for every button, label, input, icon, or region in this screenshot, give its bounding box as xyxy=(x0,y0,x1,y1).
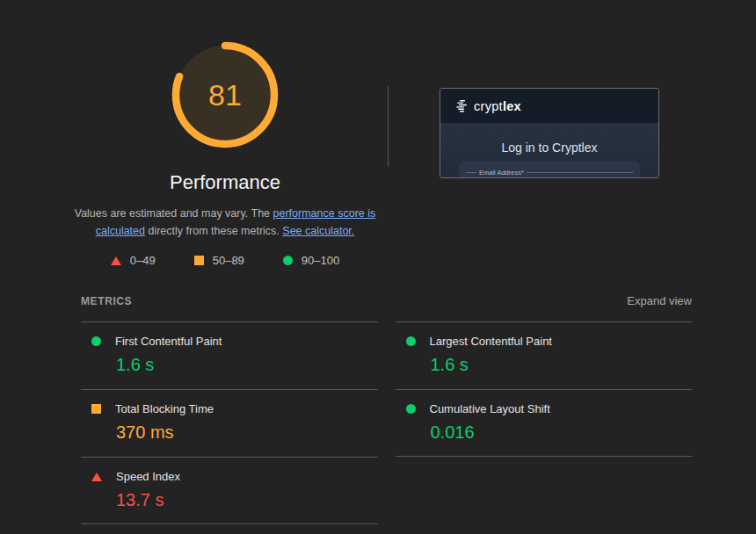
logo-text-light: crypt xyxy=(474,99,503,113)
metric-label: First Contentful Paint xyxy=(115,335,222,348)
legend-range: 90–100 xyxy=(302,254,339,267)
green-circle-icon xyxy=(406,404,416,414)
red-triangle-icon xyxy=(111,256,121,265)
expand-view-button[interactable]: Expand view xyxy=(627,294,692,307)
score-description: Values are estimated and may vary. The p… xyxy=(62,205,389,240)
login-form-card: Email Address* xyxy=(459,161,640,178)
legend-item-average: 50–89 xyxy=(194,254,244,267)
orange-square-icon xyxy=(194,256,204,265)
legend-range: 0–49 xyxy=(130,254,156,267)
email-field-label: Email Address* xyxy=(476,169,527,177)
metric-value: 0.016 xyxy=(431,422,693,443)
metric-label: Cumulative Layout Shift xyxy=(430,402,550,415)
thumbnail-login-body: Log in to Cryptlex Email Address* xyxy=(440,123,658,177)
metric-value: 1.6 s xyxy=(431,355,693,375)
score-scale-legend: 0–49 50–89 90–100 xyxy=(67,254,383,267)
legend-item-pass: 90–100 xyxy=(283,254,339,267)
metric-value: 370 ms xyxy=(116,422,378,443)
field-line-left xyxy=(466,172,476,173)
login-heading: Log in to Cryptlex xyxy=(440,141,658,155)
logo-text: cryptlex xyxy=(474,99,521,113)
thumbnail-site-header: cryptlex xyxy=(440,89,658,123)
metric-largest-contentful-paint: Largest Contentful Paint 1.6 s xyxy=(396,321,693,389)
green-circle-icon xyxy=(406,336,416,346)
description-text-2: directly from these metrics. xyxy=(145,225,282,237)
metrics-section-header: METRICS Expand view xyxy=(81,294,692,307)
orange-square-icon xyxy=(91,404,101,414)
metric-first-contentful-paint: First Contentful Paint 1.6 s xyxy=(81,321,378,389)
logo-text-bold: lex xyxy=(503,99,521,113)
red-triangle-icon xyxy=(91,473,102,481)
metric-cumulative-layout-shift: Cumulative Layout Shift 0.016 xyxy=(396,389,693,457)
metric-label: Speed Index xyxy=(116,470,180,483)
description-text-1: Values are estimated and may vary. The xyxy=(75,207,273,220)
metric-value: 1.6 s xyxy=(116,355,378,375)
legend-range: 50–89 xyxy=(213,254,244,267)
lighthouse-report: 81 Performance Values are estimated and … xyxy=(0,0,756,534)
metrics-grid: First Contentful Paint 1.6 s Largest Con… xyxy=(81,321,692,524)
see-calculator-link[interactable]: See calculator. xyxy=(282,225,354,237)
green-circle-icon xyxy=(283,256,293,265)
cryptlex-logo: cryptlex xyxy=(455,99,521,113)
metric-label: Largest Contentful Paint xyxy=(430,335,552,348)
page-screenshot-thumbnail[interactable]: cryptlex Log in to Cryptlex Email Addres… xyxy=(440,88,659,178)
performance-gauge[interactable]: 81 xyxy=(171,40,280,149)
metric-total-blocking-time: Total Blocking Time 370 ms xyxy=(81,389,378,457)
green-circle-icon xyxy=(91,336,101,346)
metric-label: Total Blocking Time xyxy=(115,402,214,415)
metric-speed-index: Speed Index 13.7 s xyxy=(81,457,378,524)
cryptlex-logo-icon xyxy=(455,99,469,112)
metric-value: 13.7 s xyxy=(116,490,378,510)
email-field-outline: Email Address* xyxy=(459,169,640,177)
category-title: Performance xyxy=(67,171,383,194)
legend-item-fail: 0–49 xyxy=(111,254,156,267)
performance-score: 81 xyxy=(171,40,280,149)
column-divider xyxy=(388,86,389,167)
metrics-title: METRICS xyxy=(81,295,132,307)
field-line-right xyxy=(527,172,633,173)
